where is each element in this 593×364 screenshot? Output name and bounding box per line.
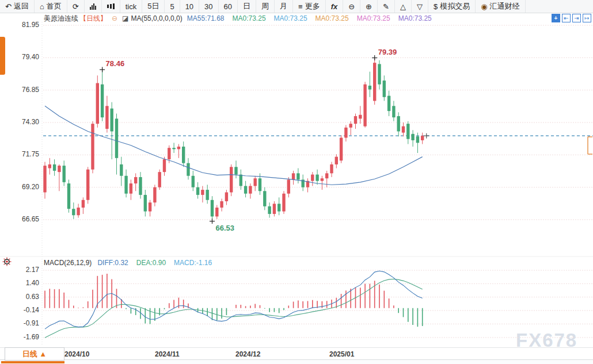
draw-tool-button[interactable]: ✎ [378,0,395,13]
refresh-button[interactable]: ⟳ [67,0,85,13]
y-axis-label: 69.20 [3,183,39,191]
more-menu-button[interactable]: ≡更多 [293,0,326,13]
toolbar: ↶返回⌂首页⟳tick5日5103060日周月≡更多fx⊖⊕✎△▽$模拟交易◉汇… [0,0,593,13]
pan-mode-button[interactable]: + [552,14,560,22]
ma-value: MA0:73.25 [274,14,307,22]
ma-value: MA0:73.25 [357,14,390,22]
interval-30min-button[interactable]: 30 [199,0,218,13]
interval-5day-button[interactable]: 5日 [142,0,165,13]
y-axis-label: 76.85 [3,86,39,94]
ma-value: MA0:73.25 [398,14,432,22]
period-selector-button[interactable]: 日线 ▲ [5,347,64,361]
interval-5min-button[interactable]: 5 [165,0,180,13]
sim-trading-button-label: 模拟交易 [440,1,470,12]
symbol-name: 美原油连续 [44,14,78,24]
pencil-icon: ✎ [383,3,389,10]
y-axis-label: 0.63 [3,293,39,301]
macd-values: DIFF:0.32DEA:0.90MACD:-1.16 [97,259,212,267]
candlestick-icon [107,3,115,10]
interval-60min-button[interactable]: 60 [219,0,238,13]
candlestick-chart[interactable]: 78.4666.5379.39 [0,0,593,364]
menu-icon: ≡ [298,3,303,10]
back-button[interactable]: ↶返回 [0,0,35,13]
ma-value: MA0:73.25 [233,14,266,22]
interval-day-button-label: 日 [243,1,250,12]
refresh-icon: ⟳ [73,3,79,10]
fx-indicator-icon: fx [331,2,338,11]
ma-value: MA0:73.25 [315,14,349,22]
home-button-label: 首页 [47,1,62,12]
zoom-in-button[interactable]: ⊕ [360,0,378,13]
interval-60min-button-label: 60 [224,2,232,11]
y-axis-label: 79.40 [3,53,39,61]
window-controls: +⇤⇥↦ [552,14,591,22]
ma-value: MA55:71.68 [187,14,225,22]
triangle-up-tool-button[interactable]: △ [395,0,412,13]
left-panel-handle[interactable] [0,37,5,75]
brand-icon: ◉ [481,3,487,10]
svg-text:79.39: 79.39 [378,48,397,56]
x-axis-label: 2024/11 [155,350,180,358]
indicator-panel-icon[interactable]: ◪ [122,14,128,22]
y-axis-label: 66.65 [3,215,39,223]
zoom-out-icon: ⊖ [348,3,355,10]
indicator-fx-button[interactable]: fx [326,0,344,13]
y-axis-label: 81.95 [3,21,39,29]
fit-left-axis-button[interactable]: ⇤ [562,14,571,22]
interval-week-button-label: 周 [261,1,269,12]
expand-panel-button[interactable]: ↦ [583,14,591,22]
back-button-label: 返回 [14,1,29,12]
dollar-icon: $ [434,3,438,10]
fx678-brand-button[interactable]: ◉汇通财经 [476,0,525,13]
candle-view-button[interactable] [102,0,120,13]
bar-chart-icon [90,3,96,10]
interval-10min-button[interactable]: 10 [180,0,199,13]
period-selector-label: 日线 ▲ [22,349,47,359]
macd-value: DIFF:0.32 [97,259,128,267]
zoom-out-button[interactable]: ⊖ [343,0,360,13]
more-menu-button-label: 更多 [305,1,320,12]
interval-10min-button-label: 10 [185,2,193,11]
scroll-ruler[interactable] [0,359,593,364]
period-tag: 【日线】 [79,14,107,24]
home-icon: ⌂ [40,3,44,10]
main-chart-header: 美原油连续【日线】 ⊖ ◪ MA(55,0,0,0,0,0) MA55:71.6… [44,14,432,23]
svg-text:78.46: 78.46 [106,59,125,68]
fit-right-axis-button[interactable]: ⇥ [572,14,581,22]
tri-down-icon: ▽ [417,3,423,10]
ma-params-label: MA(55,0,0,0,0,0) [131,14,182,22]
x-axis-label: 2025/01 [329,350,354,358]
interval-month-button-label: 月 [280,1,287,12]
undo-icon: ↶ [5,3,12,10]
home-button[interactable]: ⌂首页 [35,0,67,13]
sim-trading-button[interactable]: $模拟交易 [428,0,476,13]
charting-app: ↶返回⌂首页⟳tick5日5103060日周月≡更多fx⊖⊕✎△▽$模拟交易◉汇… [0,0,593,364]
indicator-settings-icon[interactable] [2,257,12,269]
collapse-indicator-icon[interactable]: ⊖ [112,14,117,22]
y-axis-label: -0.91 [3,319,39,327]
interval-5min-button-label: 5 [170,2,174,11]
fx678-brand-button-label: 汇通财经 [490,1,520,12]
macd-value: MACD:-1.16 [174,259,212,267]
period-active-indicator [1,361,64,363]
macd-params-label: MACD(26,12,9) [44,259,92,267]
macd-value: DEA:0.90 [136,259,166,267]
interval-week-button[interactable]: 周 [256,0,275,13]
y-axis-label: 1.40 [3,279,39,287]
macd-header: MACD(26,12,9) DIFF:0.32DEA:0.90MACD:-1.1… [44,258,212,267]
interval-tick-button-label: tick [126,2,137,11]
y-axis-label: 71.75 [3,150,39,158]
svg-text:66.53: 66.53 [216,224,235,232]
tri-up-icon: △ [400,3,406,10]
zoom-in-icon: ⊕ [366,3,372,10]
bar-chart-view-button[interactable] [85,0,102,13]
interval-day-button[interactable]: 日 [238,0,256,13]
y-axis-label: 74.30 [3,118,39,126]
interval-tick-button[interactable]: tick [120,0,143,13]
triangle-down-tool-button[interactable]: ▽ [412,0,428,13]
interval-30min-button-label: 30 [204,2,212,11]
interval-month-button[interactable]: 月 [275,0,293,13]
x-axis-label: 2024/10 [64,350,89,358]
interval-5day-button-label: 5日 [147,1,159,12]
y-axis-label: -0.14 [3,306,39,314]
